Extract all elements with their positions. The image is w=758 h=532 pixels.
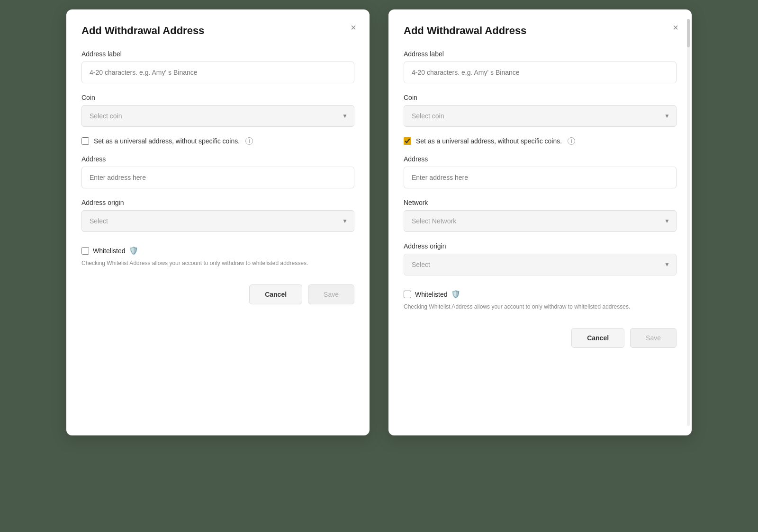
whitelisted-desc-right: Checking Whitelist Address allows your a… — [404, 302, 677, 311]
save-button-left[interactable]: Save — [308, 284, 354, 304]
network-label-right: Network — [404, 199, 677, 206]
scrollbar-thumb-right — [687, 19, 690, 47]
universal-checkbox-left[interactable] — [81, 137, 89, 145]
address-origin-select-wrapper-left: Select ▼ — [81, 210, 354, 232]
address-label-text-right: Address — [404, 155, 677, 163]
universal-checkbox-row-left: Set as a universal address, without spec… — [81, 137, 354, 145]
modal-left-close-button[interactable]: × — [351, 23, 356, 32]
network-select-right[interactable]: Select Network — [404, 210, 677, 232]
network-select-wrapper-right: Select Network ▼ — [404, 210, 677, 232]
address-label-label-right: Address label — [404, 50, 677, 58]
address-origin-group-left: Address origin Select ▼ — [81, 199, 354, 232]
address-label-group-left: Address label — [81, 50, 354, 83]
whitelisted-label-left: Whitelisted — [93, 247, 125, 255]
universal-info-icon-right[interactable]: i — [568, 137, 575, 145]
address-origin-label-right: Address origin — [404, 242, 677, 250]
universal-checkbox-right[interactable] — [404, 137, 411, 145]
whitelisted-checkbox-right[interactable] — [404, 291, 411, 298]
address-label-group-right: Address label — [404, 50, 677, 83]
universal-checkbox-row-right: Set as a universal address, without spec… — [404, 137, 677, 145]
address-input-right[interactable] — [404, 167, 677, 188]
whitelisted-section-left: Whitelisted 🛡️ Checking Whitelist Addres… — [81, 246, 354, 267]
whitelisted-desc-left: Checking Whitelist Address allows your a… — [81, 259, 354, 267]
address-group-right: Address — [404, 155, 677, 188]
whitelisted-row-left: Whitelisted 🛡️ — [81, 246, 354, 255]
shield-icon-left: 🛡️ — [129, 246, 138, 255]
coin-select-left[interactable]: Select coin — [81, 105, 354, 127]
scrollbar-track-right[interactable] — [687, 19, 690, 426]
coin-select-right[interactable]: Select coin — [404, 105, 677, 127]
whitelisted-row-right: Whitelisted 🛡️ — [404, 290, 677, 299]
address-origin-select-wrapper-right: Select ▼ — [404, 254, 677, 275]
address-origin-select-left[interactable]: Select — [81, 210, 354, 232]
cancel-button-right[interactable]: Cancel — [571, 328, 624, 348]
network-group-right: Network Select Network ▼ — [404, 199, 677, 232]
address-label-input-left[interactable] — [81, 62, 354, 83]
address-input-left[interactable] — [81, 167, 354, 188]
modal-left-title: Add Withdrawal Address — [81, 25, 354, 37]
whitelisted-section-right: Whitelisted 🛡️ Checking Whitelist Addres… — [404, 290, 677, 311]
modal-left: Add Withdrawal Address × Address label C… — [66, 9, 370, 435]
address-origin-label-left: Address origin — [81, 199, 354, 206]
coin-label-left: Coin — [81, 94, 354, 101]
modal-right-title: Add Withdrawal Address — [404, 25, 677, 37]
universal-checkbox-label-left[interactable]: Set as a universal address, without spec… — [94, 137, 240, 145]
whitelisted-checkbox-left[interactable] — [81, 247, 89, 255]
modal-right-close-button[interactable]: × — [673, 23, 678, 32]
modal-right: Add Withdrawal Address × Address label C… — [388, 9, 692, 435]
modal-left-footer: Cancel Save — [81, 284, 354, 304]
address-label-input-right[interactable] — [404, 62, 677, 83]
cancel-button-left[interactable]: Cancel — [249, 284, 302, 304]
universal-info-icon-left[interactable]: i — [245, 137, 253, 145]
whitelisted-label-right: Whitelisted — [415, 291, 447, 298]
coin-group-right: Coin Select coin ▼ — [404, 94, 677, 127]
coin-label-right: Coin — [404, 94, 677, 101]
address-group-left: Address — [81, 155, 354, 188]
address-origin-select-right[interactable]: Select — [404, 254, 677, 275]
save-button-right[interactable]: Save — [630, 328, 677, 348]
universal-checkbox-label-right[interactable]: Set as a universal address, without spec… — [416, 137, 562, 145]
coin-select-wrapper-right: Select coin ▼ — [404, 105, 677, 127]
address-label-label-left: Address label — [81, 50, 354, 58]
coin-select-wrapper-left: Select coin ▼ — [81, 105, 354, 127]
shield-icon-right: 🛡️ — [451, 290, 460, 299]
modal-right-footer: Cancel Save — [404, 328, 677, 348]
address-label-text-left: Address — [81, 155, 354, 163]
coin-group-left: Coin Select coin ▼ — [81, 94, 354, 127]
address-origin-group-right: Address origin Select ▼ — [404, 242, 677, 275]
